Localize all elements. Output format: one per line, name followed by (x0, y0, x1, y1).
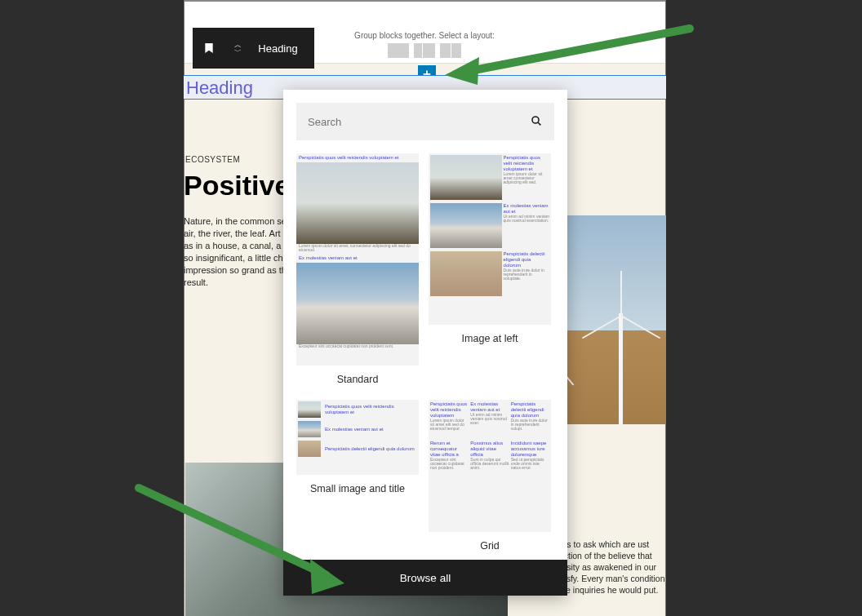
layout-option-single[interactable] (388, 43, 409, 58)
pattern-label: Small image and title (310, 483, 405, 494)
heading-block-icon (193, 42, 225, 55)
pattern-label: Standard (337, 374, 379, 385)
pattern-small-image[interactable]: Perspiciatis quos velit reiciendis volup… (296, 400, 419, 556)
layout-option-sidebar[interactable] (414, 43, 435, 58)
inserter-search[interactable] (296, 103, 554, 140)
block-type-label: Heading (250, 42, 314, 55)
pattern-label: Image at left (462, 333, 518, 344)
group-layout-chooser (388, 43, 461, 58)
layout-option-split[interactable] (440, 43, 461, 58)
pattern-grid[interactable]: Perspiciatis quos velit reiciendis volup… (429, 400, 551, 556)
pattern-image-left[interactable]: Perspiciatis quos velit reiciendis volup… (429, 153, 551, 390)
pattern-label: Grid (480, 540, 500, 552)
search-icon (530, 114, 543, 130)
pattern-standard[interactable]: Perspiciatis quos velit reiciendis volup… (296, 153, 419, 390)
pattern-grid: Perspiciatis quos velit reiciendis volup… (283, 153, 567, 560)
eyebrow-text: ECOSYSTEM (185, 155, 240, 164)
block-mover[interactable]: ︿ ﹀ (225, 42, 250, 55)
svg-line-1 (538, 122, 540, 125)
page-big-title: Positive (184, 170, 290, 202)
svg-point-0 (532, 117, 539, 123)
chevron-down-icon[interactable]: ﹀ (234, 48, 242, 55)
group-prompt-text: Group blocks together. Select a layout: (354, 31, 495, 40)
block-toolbar[interactable]: ︿ ﹀ Heading (193, 28, 314, 69)
browse-all-button[interactable]: Browse all (283, 560, 567, 596)
block-inserter-popover: Perspiciatis quos velit reiciendis volup… (283, 90, 567, 596)
search-input[interactable] (308, 116, 530, 128)
